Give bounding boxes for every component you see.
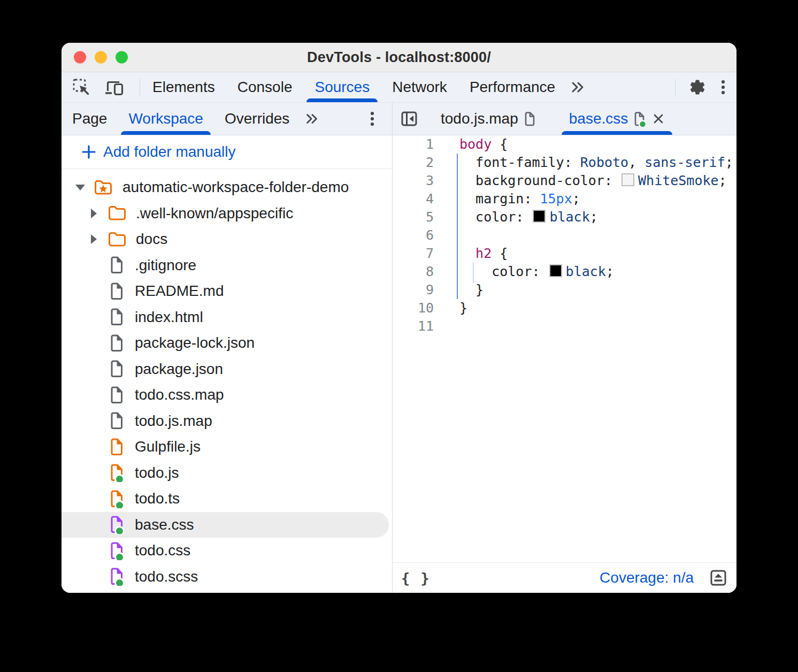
editor-tabs: todo.js.map base.css (432, 103, 673, 135)
caret-right-icon[interactable] (91, 209, 97, 218)
tree-item-gulpfile-js[interactable]: Gulpfile.js (62, 434, 392, 460)
tree-item-readme-md[interactable]: README.md (62, 278, 392, 304)
add-folder-label: Add folder manually (103, 143, 235, 161)
tree-item-automatic-workspace-folder-demo[interactable]: automatic-workspace-folder-demo (62, 174, 392, 201)
code-line-4: 4 margin: 15px; (393, 190, 736, 208)
tree-item-todo-scss[interactable]: todo.scss (62, 564, 392, 590)
color-swatch[interactable] (549, 264, 562, 277)
code-line-10: 10} (393, 299, 736, 317)
navigator-panel: Add folder manually automatic-workspace-… (62, 135, 392, 593)
toolbar-tab-console[interactable]: Console (226, 72, 304, 102)
toolbar-tab-sources[interactable]: Sources (303, 72, 381, 102)
tree-item-package-json[interactable]: package.json (62, 356, 392, 383)
folder-icon (108, 205, 127, 222)
tree-item-docs[interactable]: docs (62, 226, 392, 253)
file-icon (109, 386, 124, 404)
tree-item-todo-css-map[interactable]: todo.css.map (62, 382, 392, 408)
editor-tab-base-css[interactable]: base.css (561, 103, 674, 135)
line-number: 5 (393, 208, 434, 226)
panel-tabs: ElementsConsoleSourcesNetworkPerformance (141, 72, 566, 102)
editor-tab-todo-js-map[interactable]: todo.js.map (432, 103, 544, 135)
tree-item-label: .well-known/appspecific (136, 205, 293, 222)
folder-icon (108, 231, 127, 248)
line-number: 9 (393, 281, 434, 299)
toolbar-tab-performance[interactable]: Performance (458, 72, 566, 102)
tree-item-todo-css[interactable]: todo.css (62, 538, 392, 564)
code-line-1: 1body { (393, 135, 736, 154)
editor-panel: 1body {2 font-family: Roboto, sans-serif… (392, 135, 736, 593)
settings-gear-icon[interactable] (688, 78, 707, 96)
toolbar-tab-network[interactable]: Network (381, 72, 458, 102)
toolbar-tab-label: Network (392, 79, 447, 96)
sidebar-tab-label: Overrides (225, 110, 289, 127)
line-number: 1 (393, 135, 434, 154)
line-number: 7 (393, 245, 434, 263)
file-icon (109, 411, 124, 430)
inspect-element-icon[interactable] (72, 78, 90, 96)
minimize-button[interactable] (95, 51, 107, 64)
toolbar-tab-label: Sources (314, 79, 370, 96)
caret-right-icon[interactable] (91, 234, 97, 244)
tree-item-package-lock-json[interactable]: package-lock.json (62, 330, 392, 356)
tree-item-todo-ts[interactable]: todo.ts (62, 486, 392, 512)
window-title: DevTools - localhost:8000/ (307, 49, 491, 66)
coverage-link[interactable]: Coverage: n/a (600, 569, 694, 586)
caret-down-icon[interactable] (75, 185, 85, 190)
tree-item-well-known-appspecific[interactable]: .well-known/appspecific (62, 201, 392, 227)
content-area: Add folder manually automatic-workspace-… (62, 135, 736, 593)
editor-tab-label: todo.js.map (441, 110, 518, 127)
sidebar-tab-overrides[interactable]: Overrides (214, 103, 300, 135)
tree-item-todo-js-map[interactable]: todo.js.map (62, 408, 392, 434)
code-line-8: 8 color: black; (393, 263, 736, 281)
tree-item-label: .gitignore (135, 257, 196, 274)
add-folder-button[interactable]: Add folder manually (62, 135, 392, 169)
active-tab-underline (306, 98, 378, 102)
zoom-button[interactable] (116, 51, 128, 64)
file-icon (109, 360, 124, 378)
device-toolbar-icon[interactable] (104, 79, 125, 96)
tree-item-label: todo.js (135, 464, 179, 482)
tree-item-label: todo.scss (135, 568, 198, 585)
code-editor[interactable]: 1body {2 font-family: Roboto, sans-serif… (393, 135, 736, 562)
tree-item-index-html[interactable]: index.html (62, 304, 392, 331)
color-swatch[interactable] (533, 210, 546, 223)
file-icon (109, 490, 124, 508)
more-sidebar-tabs-icon[interactable] (303, 103, 320, 135)
toolbar-tab-label: Elements (152, 79, 215, 96)
editor-tab-bar: todo.js.map base.css (392, 103, 736, 135)
more-panels-icon[interactable] (569, 72, 587, 102)
editor-tab-label: base.css (569, 110, 628, 127)
file-icon (109, 256, 124, 274)
tree-item-gitignore[interactable]: .gitignore (62, 253, 392, 279)
color-swatch[interactable] (621, 173, 634, 186)
toolbar-tab-elements[interactable]: Elements (141, 72, 226, 102)
traffic-lights (74, 51, 128, 64)
sidebar-tab-label: Page (72, 110, 107, 127)
sources-sidebar-tabs: PageWorkspaceOverrides (62, 103, 392, 135)
pretty-print-icon[interactable]: { } (401, 570, 431, 586)
toggle-drawer-icon[interactable] (709, 568, 728, 587)
tree-item-label: Gulpfile.js (135, 438, 201, 455)
hide-navigator-icon[interactable] (393, 103, 418, 135)
kebab-menu-icon[interactable] (719, 78, 727, 96)
editor-status-bar: { } Coverage: n/a (393, 562, 736, 593)
toolbar-right-divider (675, 79, 676, 95)
sidebar-kebab-menu-icon[interactable] (369, 103, 376, 135)
code-line-3: 3 background-color: WhiteSmoke; (393, 172, 736, 190)
file-icon (109, 438, 124, 456)
tree-item-base-css[interactable]: base.css (62, 512, 389, 538)
panels-header: PageWorkspaceOverrides todo.js.map (62, 103, 736, 135)
sidebar-tab-workspace[interactable]: Workspace (118, 103, 214, 135)
code-line-2: 2 font-family: Roboto, sans-serif; (393, 154, 736, 172)
line-number: 10 (393, 299, 434, 317)
indent-guide (473, 263, 474, 283)
close-button[interactable] (74, 51, 86, 64)
file-icon (109, 282, 124, 301)
document-icon (524, 111, 536, 127)
document-icon (633, 111, 646, 127)
file-icon (109, 541, 124, 560)
tree-item-todo-js[interactable]: todo.js (62, 460, 392, 486)
close-tab-icon[interactable] (652, 112, 665, 125)
file-icon (109, 515, 124, 534)
sidebar-tab-page[interactable]: Page (62, 103, 118, 135)
